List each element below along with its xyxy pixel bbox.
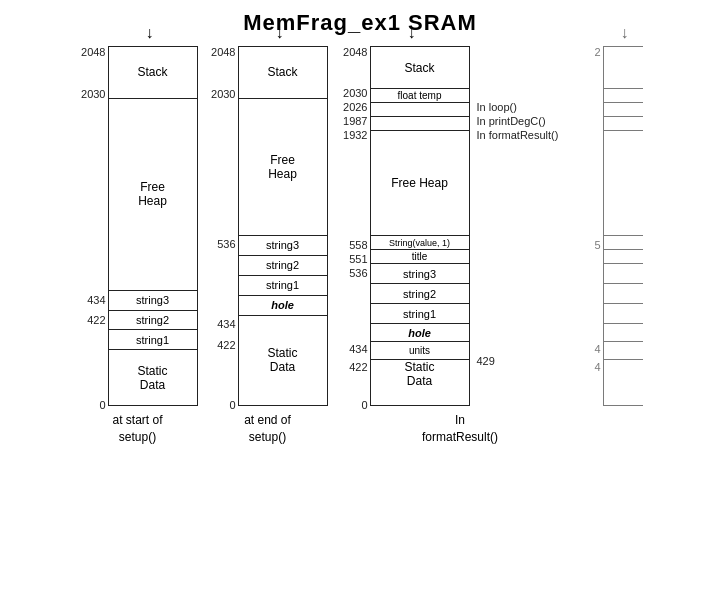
- addr-536-d2: 536: [217, 238, 235, 250]
- hole-d4: [604, 324, 643, 342]
- s1b-d4: [604, 304, 643, 324]
- diagram-2: 2048 2030 536 434 422 0 ↓ Stack FreeHeap…: [208, 46, 328, 446]
- diagram-3: 2048 2030 2026 1987 1932 558 551 536 434…: [338, 46, 583, 446]
- s1-d4: [604, 89, 643, 103]
- addr-4a-partial: 4: [594, 343, 600, 355]
- addr-434-d3: 434: [349, 343, 367, 355]
- diagrams-row: 2048 2030 434 422 0 ↓ Stack FreeHeap: [10, 46, 710, 446]
- right-429: 429: [477, 355, 495, 367]
- tl-d4: [604, 250, 643, 264]
- string1-d1: string1: [109, 330, 197, 350]
- page: MemFrag_ex1 SRAM 2048 2030 434 422 0 ↓: [0, 0, 720, 600]
- addr-4b-partial: 4: [594, 361, 600, 373]
- addr-558-d3: 558: [349, 239, 367, 251]
- right-in-loop: In loop(): [477, 101, 517, 113]
- addr-0-d2: 0: [229, 399, 235, 411]
- right-in-formatresult: In formatResult(): [477, 129, 559, 141]
- title-d3: title: [371, 250, 469, 264]
- string2-d3: string2: [371, 284, 469, 304]
- addr-2048-d1: 2048: [81, 46, 105, 58]
- string2-d2: string2: [239, 256, 327, 276]
- arrow-d1: ↓: [146, 24, 154, 42]
- units-d4: [604, 342, 643, 360]
- hole-d3: hole: [371, 324, 469, 342]
- float-temp-d3: float temp: [371, 89, 469, 103]
- string2-d1: string2: [109, 311, 197, 331]
- stack-d3: Stack: [371, 47, 469, 89]
- static-data-d1: StaticData: [109, 350, 197, 405]
- addr-0-d3: 0: [361, 399, 367, 411]
- caption-d2: at end ofsetup(): [244, 412, 291, 446]
- addr-2-partial: 2: [594, 46, 600, 58]
- blank1-d3: [371, 103, 469, 117]
- addr-434-d2: 434: [217, 318, 235, 330]
- addr-422a-d1: 422: [87, 314, 105, 326]
- addr-434-d1: 434: [87, 294, 105, 306]
- caption-d3: InformatResult(): [422, 412, 498, 446]
- free-heap-d2: FreeHeap: [239, 99, 327, 236]
- caption-d1: at start ofsetup(): [112, 412, 162, 446]
- addr-422-d3: 422: [349, 361, 367, 373]
- stack-d1: Stack: [109, 47, 197, 99]
- static-data-d3: StaticData: [371, 360, 469, 387]
- stack-d4-partial: [604, 47, 643, 89]
- main-title: MemFrag_ex1 SRAM: [10, 10, 710, 36]
- arrow-d4: ↓: [621, 24, 629, 42]
- s3b-d4: [604, 264, 643, 284]
- addr-2026-d3: 2026: [343, 101, 367, 113]
- addr-2030-d1: 2030: [81, 88, 105, 100]
- units-d3: units: [371, 342, 469, 360]
- fh-d4: [604, 131, 643, 236]
- string1-d2: string1: [239, 276, 327, 296]
- s3-d4: [604, 117, 643, 131]
- addr-2048-d2: 2048: [211, 46, 235, 58]
- mem-col-d2: Stack FreeHeap string3 string2 string1 h…: [238, 46, 328, 406]
- addr-1932-d3: 1932: [343, 129, 367, 141]
- arrow-d2: ↓: [276, 24, 284, 42]
- free-heap-d1: FreeHeap: [109, 99, 197, 291]
- static-data-d2: StaticData: [239, 316, 327, 405]
- s2-d4: [604, 103, 643, 117]
- mem-col-d4-partial: [603, 46, 643, 406]
- string3-d2: string3: [239, 236, 327, 256]
- addr-1987-d3: 1987: [343, 115, 367, 127]
- addr-5-partial: 5: [594, 239, 600, 251]
- addr-536-d3: 536: [349, 267, 367, 279]
- mem-col-d3: Stack float temp Free Heap String(value,…: [370, 46, 470, 406]
- addr-0-d1: 0: [99, 399, 105, 411]
- sd-d4: [604, 360, 643, 387]
- sv-d4: [604, 236, 643, 250]
- blank2-d3: [371, 117, 469, 131]
- mem-col-d1: Stack FreeHeap string3 string2 string1 S…: [108, 46, 198, 406]
- addr-2030-d2: 2030: [211, 88, 235, 100]
- diagram-4-partial: 2 5 4 4 ↓: [593, 46, 643, 406]
- free-heap-d3: Free Heap: [371, 131, 469, 236]
- stack-d2: Stack: [239, 47, 327, 99]
- addr-2030-d3: 2030: [343, 87, 367, 99]
- diagram-1: 2048 2030 434 422 0 ↓ Stack FreeHeap: [78, 46, 198, 446]
- arrow-d3: ↓: [408, 24, 416, 42]
- addr-551-d3: 551: [349, 253, 367, 265]
- addr-2048-d3: 2048: [343, 46, 367, 58]
- string1-d3: string1: [371, 304, 469, 324]
- string3-d1: string3: [109, 291, 197, 311]
- addr-422-d2: 422: [217, 339, 235, 351]
- right-in-printdegc: In printDegC(): [477, 115, 546, 127]
- hole-d2: hole: [239, 296, 327, 316]
- s2b-d4: [604, 284, 643, 304]
- string-value-d3: String(value, 1): [371, 236, 469, 250]
- string3-d3: string3: [371, 264, 469, 284]
